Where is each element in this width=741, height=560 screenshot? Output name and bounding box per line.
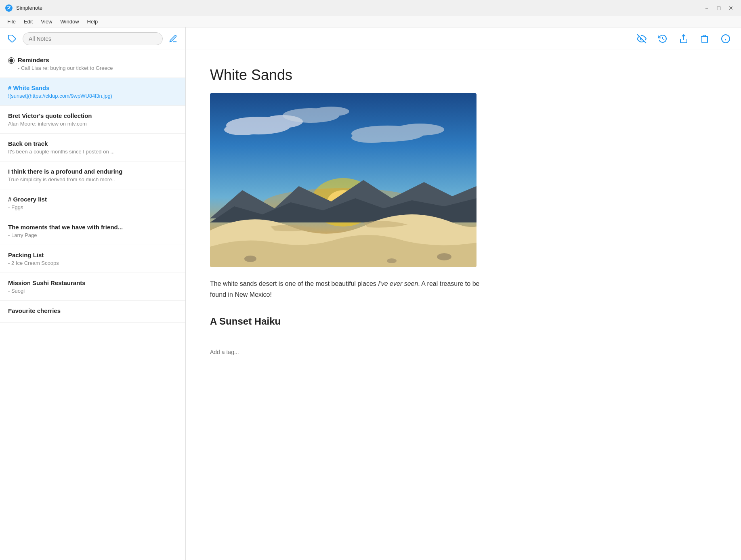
history-button[interactable] — [655, 31, 670, 46]
note-preview-moments: - Larry Page — [8, 232, 177, 238]
note-item-back-on-track[interactable]: Back on track It's been a couple months … — [0, 134, 185, 161]
note-item-bret-victor[interactable]: Bret Victor's quote collection Alan Moor… — [0, 106, 185, 134]
note-preview-reminders: - Call Lisa re: buying our ticket to Gre… — [18, 65, 113, 71]
info-button[interactable] — [718, 31, 733, 46]
note-item-reminders[interactable]: Reminders - Call Lisa re: buying our tic… — [0, 50, 185, 78]
note-item-profound[interactable]: I think there is a profound and enduring… — [0, 161, 185, 189]
svg-point-16 — [396, 124, 444, 136]
new-note-button[interactable] — [166, 31, 181, 46]
svg-point-19 — [313, 107, 349, 116]
tag-input[interactable] — [210, 349, 291, 355]
editor-body: The white sands desert is one of the mos… — [210, 278, 485, 329]
search-input[interactable] — [23, 32, 163, 45]
note-item-moments[interactable]: The moments that we have with friend... … — [0, 217, 185, 245]
note-title-favourite-cherries: Favourite cherries — [8, 307, 177, 314]
note-radio-reminders[interactable] — [8, 57, 15, 64]
note-item-grocery-list[interactable]: # Grocery list - Eggs — [0, 189, 185, 217]
desert-scene-svg — [210, 93, 477, 267]
note-preview-grocery-list: - Eggs — [8, 204, 177, 210]
menu-edit[interactable]: Edit — [20, 18, 37, 25]
title-bar: Simplenote − □ ✕ — [0, 0, 741, 16]
note-title-back-on-track: Back on track — [8, 140, 177, 147]
app-title: Simplenote — [16, 5, 701, 11]
note-title-moments: The moments that we have with friend... — [8, 224, 177, 231]
svg-point-17 — [351, 132, 392, 143]
note-item-favourite-cherries[interactable]: Favourite cherries — [0, 301, 185, 323]
menu-window[interactable]: Window — [56, 18, 83, 25]
right-toolbar — [186, 27, 741, 50]
editor-title: White Sands — [210, 66, 717, 84]
app-layout: Reminders - Call Lisa re: buying our tic… — [0, 27, 741, 560]
svg-point-23 — [387, 258, 397, 263]
app-logo — [5, 4, 13, 12]
tag-icon — [8, 34, 17, 43]
note-item-packing-list[interactable]: Packing List - 2 Ice Cream Scoops — [0, 245, 185, 273]
left-toolbar — [0, 27, 186, 50]
info-icon — [721, 34, 731, 44]
share-button[interactable] — [676, 31, 691, 46]
note-preview-bret-victor: Alan Moore: interview on mtv.com — [8, 121, 177, 127]
editor-body-text1: The white sands desert is one of the mos… — [210, 280, 378, 287]
content-row: Reminders - Call Lisa re: buying our tic… — [0, 50, 741, 560]
menu-bar: File Edit View Window Help — [0, 16, 741, 27]
note-title-profound: I think there is a profound and enduring — [8, 168, 177, 175]
note-item-mission-sushi[interactable]: Mission Sushi Restaurants - Suogi — [0, 273, 185, 301]
svg-point-14 — [224, 124, 260, 135]
note-title-mission-sushi: Mission Sushi Restaurants — [8, 279, 177, 286]
window-controls: − □ ✕ — [701, 3, 736, 13]
note-preview-back-on-track: It's been a couple months since I posted… — [8, 149, 177, 155]
editor-heading: A Sunset Haiku — [210, 313, 485, 330]
preview-toggle-button[interactable] — [634, 31, 649, 46]
note-preview-white-sands: ![sunset](https://cldup.com/9wpWU84l3n.j… — [8, 93, 177, 99]
trash-button[interactable] — [697, 31, 712, 46]
menu-help[interactable]: Help — [83, 18, 102, 25]
note-preview-mission-sushi: - Suogi — [8, 288, 177, 294]
note-title-grocery-list: # Grocery list — [8, 196, 177, 203]
menu-view[interactable]: View — [37, 18, 56, 25]
note-preview-profound: True simplicity is derived from so much … — [8, 176, 177, 182]
note-title-reminders: Reminders — [18, 57, 113, 63]
minimize-button[interactable]: − — [701, 3, 712, 13]
toolbar-row — [0, 27, 741, 50]
maximize-button[interactable]: □ — [714, 3, 724, 13]
note-title-white-sands: # White Sands — [8, 84, 177, 91]
editor-body-italic: I've ever seen — [378, 280, 418, 287]
menu-file[interactable]: File — [3, 18, 20, 25]
tag-icon-button[interactable] — [5, 31, 19, 46]
note-preview-packing-list: - 2 Ice Cream Scoops — [8, 260, 177, 266]
editor-image — [210, 93, 477, 267]
note-item-white-sands[interactable]: # White Sands ![sunset](https://cldup.co… — [0, 78, 185, 106]
svg-point-24 — [437, 253, 451, 260]
notes-list: Reminders - Call Lisa re: buying our tic… — [0, 50, 186, 560]
share-icon — [679, 34, 689, 44]
preview-icon — [637, 34, 647, 44]
note-title-bret-victor: Bret Victor's quote collection — [8, 112, 177, 119]
history-icon — [658, 34, 668, 44]
note-title-packing-list: Packing List — [8, 252, 177, 258]
new-note-icon — [169, 34, 178, 43]
note-editor: White Sands — [186, 50, 741, 560]
trash-icon — [700, 34, 710, 44]
close-button[interactable]: ✕ — [726, 3, 736, 13]
svg-point-22 — [244, 256, 256, 262]
